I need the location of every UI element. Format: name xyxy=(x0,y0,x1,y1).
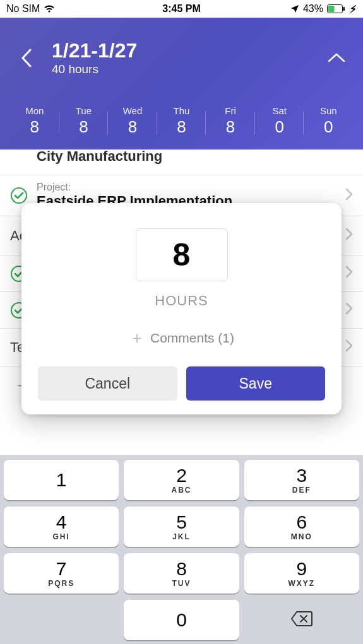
key-4[interactable]: 4GHI xyxy=(4,506,119,547)
day-sun[interactable]: Sun0 xyxy=(304,105,353,137)
day-wed[interactable]: Wed8 xyxy=(108,105,157,137)
day-strip: Mon8 Tue8 Wed8 Thu8 Fri8 Sat0 Sun0 xyxy=(10,86,353,137)
hours-modal: 8 HOURS ＋ Comments (1) Cancel Save xyxy=(21,203,342,414)
date-range: 1/21-1/27 xyxy=(52,39,324,62)
chevron-right-icon xyxy=(345,188,353,204)
backspace-icon xyxy=(290,611,313,629)
key-8[interactable]: 8TUV xyxy=(124,553,239,594)
chevron-right-icon xyxy=(345,228,353,243)
comments-label: Comments (1) xyxy=(150,331,234,346)
header-title-block: 1/21-1/27 40 hours xyxy=(39,39,324,76)
cancel-button[interactable]: Cancel xyxy=(38,366,177,401)
key-3[interactable]: 3DEF xyxy=(244,460,359,500)
plus-icon: ＋ xyxy=(129,327,145,349)
key-5[interactable]: 5JKL xyxy=(124,506,239,547)
key-7[interactable]: 7PQRS xyxy=(4,553,119,594)
svg-point-3 xyxy=(11,188,27,203)
save-button[interactable]: Save xyxy=(186,366,326,401)
chevron-right-icon xyxy=(345,266,353,281)
day-thu[interactable]: Thu8 xyxy=(157,105,206,137)
project-label: Project: xyxy=(37,182,232,193)
key-6[interactable]: 6MNO xyxy=(244,506,359,547)
key-blank xyxy=(4,600,119,640)
numeric-keypad: 1 2ABC 3DEF 4GHI 5JKL 6MNO 7PQRS 8TUV 9W… xyxy=(0,455,363,644)
prev-row-text: City Manufacturing xyxy=(37,149,162,165)
day-tue[interactable]: Tue8 xyxy=(59,105,109,137)
day-fri[interactable]: Fri8 xyxy=(206,105,255,137)
day-mon[interactable]: Mon8 xyxy=(10,105,59,137)
back-button[interactable] xyxy=(14,49,39,67)
statusbar: No SIM 3:45 PM 43% ⚡︎ xyxy=(0,0,363,18)
chevron-right-icon xyxy=(345,302,353,318)
checkmark-icon xyxy=(10,187,28,204)
comments-button[interactable]: ＋ Comments (1) xyxy=(38,327,325,349)
chevron-right-icon xyxy=(345,339,353,355)
hours-label: HOURS xyxy=(38,293,325,309)
key-1[interactable]: 1 xyxy=(4,460,119,500)
statusbar-time: 3:45 PM xyxy=(0,3,363,15)
key-0[interactable]: 0 xyxy=(124,600,239,640)
header: 1/21-1/27 40 hours Mon8 Tue8 Wed8 Thu8 F… xyxy=(0,18,363,149)
key-backspace[interactable] xyxy=(244,600,359,640)
key-9[interactable]: 9WXYZ xyxy=(244,553,359,594)
key-2[interactable]: 2ABC xyxy=(124,460,239,500)
list-row-prev[interactable]: City Manufacturing xyxy=(0,149,363,175)
collapse-button[interactable] xyxy=(324,52,349,64)
day-sat[interactable]: Sat0 xyxy=(255,105,304,137)
hours-input[interactable]: 8 xyxy=(136,228,228,281)
total-hours: 40 hours xyxy=(52,62,324,76)
